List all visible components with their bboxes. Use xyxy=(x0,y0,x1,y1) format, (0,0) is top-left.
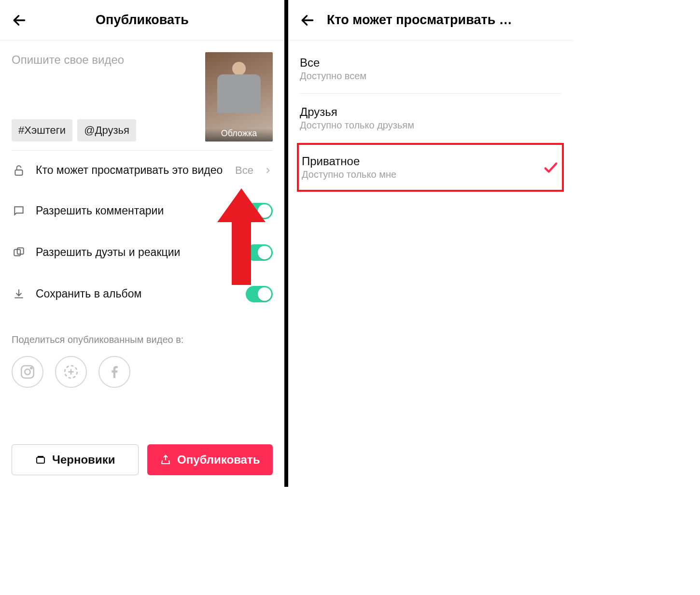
unlock-icon xyxy=(13,164,25,177)
visibility-value: Все xyxy=(235,164,253,177)
duets-row: Разрешить дуэты и реакции xyxy=(12,232,273,273)
publish-content: Опишите свое видео #Хэштеги @Друзья Обло… xyxy=(0,41,284,487)
back-button[interactable] xyxy=(10,11,29,30)
svg-point-5 xyxy=(25,369,30,374)
chip-row: #Хэштеги @Друзья xyxy=(12,119,196,142)
topbar: Опубликовать xyxy=(0,0,284,41)
thumbnail-person xyxy=(214,62,264,127)
caption-placeholder: Опишите свое видео xyxy=(12,52,196,67)
option-sub: Доступно только мне xyxy=(302,169,543,180)
comments-row: Разрешить комментарии xyxy=(12,190,273,232)
comments-label: Разрешить комментарии xyxy=(36,204,236,218)
option-sub: Доступно всем xyxy=(300,71,561,82)
drafts-label: Черновики xyxy=(52,453,115,467)
duets-label: Разрешить дуэты и реакции xyxy=(36,245,236,260)
share-stories[interactable] xyxy=(55,356,87,388)
back-button[interactable] xyxy=(298,11,317,30)
share-facebook[interactable] xyxy=(98,356,130,388)
share-label: Поделиться опубликованным видео в: xyxy=(12,334,273,345)
publish-button[interactable]: Опубликовать xyxy=(147,444,273,475)
duets-toggle[interactable] xyxy=(246,244,273,261)
publish-label: Опубликовать xyxy=(177,453,260,467)
option-title: Друзья xyxy=(300,105,561,119)
svg-point-6 xyxy=(30,368,32,369)
publish-screen: Опубликовать Опишите свое видео #Хэштеги… xyxy=(0,0,286,487)
visibility-option-private[interactable]: Приватное Доступно только мне xyxy=(297,143,564,192)
svg-rect-10 xyxy=(37,457,44,463)
save-label: Сохранить в альбом xyxy=(36,287,236,301)
comment-icon xyxy=(13,205,25,217)
svg-rect-1 xyxy=(15,170,22,175)
download-icon xyxy=(13,288,25,300)
page-title: Опубликовать xyxy=(0,13,284,28)
save-toggle[interactable] xyxy=(246,286,273,302)
caption-area[interactable]: Опишите свое видео #Хэштеги @Друзья xyxy=(12,52,196,142)
hashtags-chip[interactable]: #Хэштеги xyxy=(12,119,72,142)
duet-icon xyxy=(13,246,25,259)
page-title: Кто может просматривать … xyxy=(327,13,563,28)
visibility-screen: Кто может просматривать … Все Доступно в… xyxy=(286,0,573,487)
drafts-icon xyxy=(35,454,46,466)
option-sub: Доступно только друзьям xyxy=(300,120,561,131)
instagram-icon xyxy=(19,364,36,380)
topbar: Кто может просматривать … xyxy=(288,0,573,41)
video-thumbnail[interactable]: Обложка xyxy=(205,52,273,142)
visibility-option-everyone[interactable]: Все Доступно всем xyxy=(300,44,561,94)
option-title: Приватное xyxy=(302,155,543,168)
visibility-row[interactable]: Кто может просматривать это видео Все xyxy=(12,151,273,190)
check-icon xyxy=(543,159,559,176)
comments-toggle[interactable] xyxy=(246,203,273,219)
cover-label: Обложка xyxy=(205,128,273,142)
share-instagram[interactable] xyxy=(12,356,43,388)
share-row xyxy=(12,356,273,388)
visibility-options: Все Доступно всем Друзья Доступно только… xyxy=(288,41,573,196)
arrow-left-icon xyxy=(12,13,27,28)
visibility-option-friends[interactable]: Друзья Доступно только друзьям xyxy=(300,94,561,143)
publish-icon xyxy=(160,454,171,466)
arrow-left-icon xyxy=(300,13,315,28)
visibility-label: Кто может просматривать это видео xyxy=(36,163,225,178)
facebook-icon xyxy=(106,364,123,380)
chevron-right-icon xyxy=(263,166,273,175)
friends-chip[interactable]: @Друзья xyxy=(77,119,136,142)
save-row: Сохранить в альбом xyxy=(12,273,273,315)
drafts-button[interactable]: Черновики xyxy=(12,444,139,475)
option-title: Все xyxy=(300,56,561,70)
stories-icon xyxy=(63,364,79,380)
